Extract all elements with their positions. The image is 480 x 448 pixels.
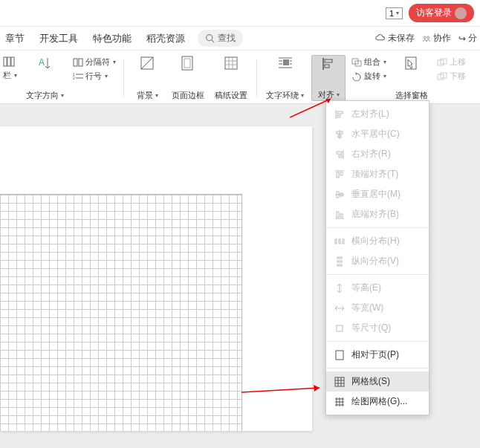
align-dropdown-menu: 左对齐(L) 水平居中(C) 右对齐(R) 顶端对齐(T) 垂直居中(M) 底端… [325, 100, 429, 415]
svg-rect-51 [340, 172, 343, 175]
rel-page-icon [334, 349, 346, 361]
svg-rect-32 [325, 65, 329, 68]
divider [123, 59, 124, 97]
menu-align-vcenter[interactable]: 垂直居中(M) [326, 184, 429, 204]
align-right-icon [334, 149, 346, 160]
svg-rect-18 [225, 57, 237, 69]
svg-point-2 [424, 36, 426, 39]
linenum-icon: 12 [73, 72, 83, 81]
login-label: 访客登录 [416, 7, 452, 19]
menu-gridlines[interactable]: 网格线(S) [326, 371, 429, 392]
manuscript-button[interactable]: 稿纸设置 [212, 55, 250, 101]
align-button[interactable]: 对齐▾ [311, 55, 346, 101]
svg-rect-47 [337, 152, 342, 154]
linenum-button[interactable]: 12 行号▾ [73, 71, 116, 82]
svg-rect-8 [74, 59, 77, 66]
svg-rect-59 [339, 239, 340, 244]
page-num: 1 [389, 9, 394, 18]
svg-rect-50 [337, 172, 339, 178]
movedown-icon [437, 72, 447, 81]
svg-rect-31 [325, 59, 332, 62]
dist-v-icon [334, 256, 346, 267]
svg-text:A: A [39, 57, 45, 68]
eq-size-icon [334, 322, 346, 334]
menu-align-hcenter[interactable]: 水平居中(C) [326, 124, 429, 144]
moveup-button[interactable]: 上移 [437, 56, 466, 68]
share-icon: ↪ [458, 33, 466, 44]
share-button[interactable]: ↪ 分 [458, 32, 477, 45]
search-box[interactable]: 查找 [198, 30, 243, 47]
align-top-icon [334, 169, 346, 181]
menu-eq-width[interactable]: 等宽(W) [326, 298, 429, 318]
tab-docer[interactable]: 稻壳资源 [144, 32, 187, 45]
eq-width-icon [334, 302, 346, 314]
text-direction-button[interactable]: A 文字方向▾ [23, 55, 67, 101]
pageborder-icon [180, 55, 196, 71]
menu-align-top[interactable]: 顶端对齐(T) [326, 164, 429, 184]
svg-rect-68 [335, 377, 344, 386]
group-button[interactable]: 组合▾ [351, 56, 386, 68]
menu-dist-h[interactable]: 横向分布(H) [326, 231, 429, 251]
svg-rect-66 [337, 325, 343, 331]
svg-rect-67 [336, 351, 343, 360]
chevron-down-icon: ▾ [396, 10, 399, 16]
avatar-icon [455, 7, 467, 19]
tab-devtools[interactable]: 开发工具 [37, 32, 80, 45]
page-indicator[interactable]: 1 ▾ [386, 7, 403, 19]
document-page[interactable] [0, 126, 312, 431]
svg-rect-23 [283, 59, 289, 65]
collab-button[interactable]: 协作 [422, 32, 451, 45]
menu-rel-page[interactable]: 相对于页(P) [326, 345, 429, 365]
pagebreak-icon [73, 58, 83, 67]
draw-grid-icon [334, 396, 346, 408]
svg-rect-42 [337, 115, 340, 117]
group-icon [351, 58, 362, 67]
menu-separator [326, 341, 429, 342]
menu-separator [326, 368, 429, 369]
textwrap-button[interactable]: 文字环绕▾ [263, 55, 307, 101]
rotate-button[interactable]: 旋转▾ [351, 71, 386, 82]
pagebreak-button[interactable]: 分隔符▾ [73, 56, 116, 68]
svg-rect-58 [335, 239, 337, 244]
title-bar: 1 ▾ 访客登录 [0, 0, 480, 27]
pageborder-button[interactable]: 页面边框 [169, 55, 207, 101]
menu-eq-height[interactable]: 等高(E) [326, 278, 429, 298]
search-placeholder: 查找 [218, 32, 236, 45]
svg-rect-35 [406, 57, 416, 69]
align-vcenter-icon [334, 189, 346, 201]
guest-login-button[interactable]: 访客登录 [409, 4, 474, 22]
ribbon-tabs: 章节 开发工具 特色功能 稻壳资源 查找 未保存 协作 ↪ 分 [0, 27, 480, 51]
divider [256, 59, 257, 97]
background-button[interactable]: 背景▾ [130, 55, 164, 101]
svg-rect-57 [340, 214, 343, 217]
menu-draw-grid[interactable]: 绘图网格(G)... [326, 392, 429, 412]
menu-align-left[interactable]: 左对齐(L) [326, 104, 429, 124]
svg-rect-5 [7, 57, 10, 66]
columns-button[interactable]: 栏▾ [3, 70, 17, 81]
svg-line-1 [212, 40, 214, 42]
menu-separator [326, 227, 429, 228]
tab-chapter[interactable]: 章节 [3, 32, 27, 45]
svg-rect-60 [343, 239, 344, 244]
tab-special[interactable]: 特色功能 [91, 32, 134, 45]
status-items: 未保存 协作 ↪ 分 [375, 32, 477, 45]
menu-align-right[interactable]: 右对齐(R) [326, 144, 429, 164]
svg-rect-9 [79, 59, 82, 66]
menu-align-bottom[interactable]: 底端对齐(B) [326, 204, 429, 224]
eq-height-icon [334, 282, 346, 294]
unsaved-status[interactable]: 未保存 [375, 32, 415, 45]
align-icon [320, 56, 337, 72]
textwrap-icon [277, 55, 293, 71]
svg-text:2: 2 [73, 76, 75, 80]
columns-icon[interactable] [3, 56, 17, 67]
menu-eq-size[interactable]: 等尺寸(Q) [326, 318, 429, 338]
cloud-icon [375, 33, 386, 44]
svg-rect-56 [337, 212, 339, 217]
align-hcenter-icon [334, 129, 346, 140]
movedown-button[interactable]: 下移 [437, 71, 466, 82]
selectpane-icon [403, 55, 420, 71]
svg-point-0 [207, 35, 213, 41]
selectpane-button[interactable]: 选择窗格 [392, 55, 431, 101]
menu-dist-v[interactable]: 纵向分布(V) [326, 251, 429, 271]
svg-rect-62 [337, 261, 342, 262]
